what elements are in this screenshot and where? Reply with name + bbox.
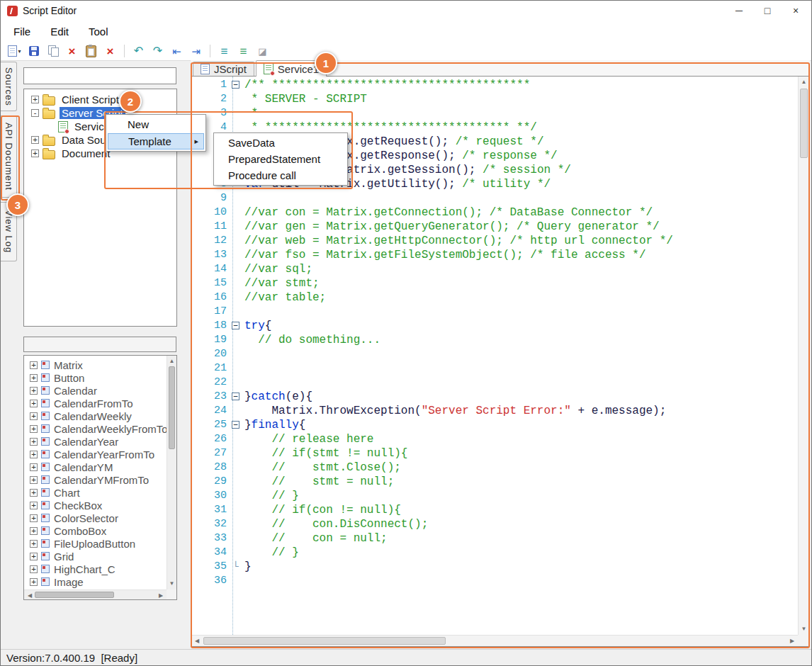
submenu-item-procedure-call[interactable]: Procedure call [215, 167, 346, 184]
scroll-down-icon[interactable]: ▼ [799, 624, 809, 634]
line-number: 16 [191, 290, 230, 305]
maximize-button[interactable]: □ [753, 1, 782, 20]
component-item[interactable]: +CalendarFromTo [24, 397, 167, 410]
code-line: 18−try{ [191, 319, 798, 333]
submenu-item-save-data[interactable]: SaveData [215, 135, 346, 151]
component-item[interactable]: +CalendarWeekly [24, 410, 167, 422]
scroll-left-icon[interactable]: ◀ [25, 590, 35, 599]
cut-button[interactable]: × [62, 43, 81, 60]
expand-icon[interactable]: + [30, 412, 38, 420]
expand-icon[interactable]: + [30, 451, 38, 458]
line-number: 32 [191, 517, 230, 531]
component-item[interactable]: +ColorSelector [24, 512, 167, 524]
new-document-button[interactable]: ▾ [5, 43, 24, 60]
expand-icon[interactable]: + [30, 361, 38, 369]
expand-icon[interactable]: + [30, 476, 38, 484]
expand-icon[interactable]: + [31, 136, 39, 144]
component-item[interactable]: +CalendarYear [24, 435, 167, 448]
menu-file[interactable]: File [4, 26, 40, 38]
code-line: 1−/** **********************************… [191, 78, 798, 92]
editor-vertical-scrollbar[interactable]: ▲ ▼ [798, 77, 809, 635]
expand-icon[interactable]: + [30, 514, 38, 522]
eraser-button[interactable]: ◪ [253, 43, 272, 60]
component-item[interactable]: +ComboBox [24, 524, 167, 537]
component-item[interactable]: +FileUploadButton [24, 537, 167, 550]
paste-button[interactable] [81, 43, 101, 60]
expand-icon[interactable]: + [30, 540, 38, 548]
format-align-button[interactable]: ≡ [234, 43, 253, 60]
scroll-right-icon[interactable]: ▶ [787, 636, 797, 646]
redo-button[interactable]: ↷ [148, 43, 167, 60]
scroll-left-icon[interactable]: ◀ [192, 636, 202, 646]
scrollbar-thumb[interactable] [203, 637, 446, 645]
editor-tab-jscript[interactable]: JScript [193, 62, 254, 76]
component-item[interactable]: +CalendarYearFromTo [24, 448, 167, 461]
scrollbar-thumb[interactable] [169, 366, 175, 449]
code-line: 33 // con = null; [191, 531, 798, 546]
expand-icon[interactable]: + [30, 463, 38, 471]
component-item[interactable]: +CheckBox [24, 499, 167, 512]
component-item[interactable]: +Chart [24, 486, 167, 499]
expand-icon[interactable]: + [30, 438, 38, 446]
expand-icon[interactable]: + [30, 578, 38, 586]
component-item[interactable]: +CalendarYM [24, 461, 167, 473]
menu-edit[interactable]: Edit [40, 26, 79, 38]
component-filter-input[interactable] [23, 337, 176, 352]
expand-icon[interactable]: + [30, 374, 38, 382]
expand-icon[interactable]: + [31, 96, 39, 103]
scroll-down-icon[interactable]: ▼ [167, 579, 176, 589]
fold-collapse-icon[interactable]: − [232, 322, 239, 329]
component-item[interactable]: +HighChart_C [24, 563, 167, 575]
save-button[interactable] [24, 43, 43, 60]
context-menu-item-new[interactable]: New [108, 116, 204, 133]
scroll-right-icon[interactable]: ▶ [156, 590, 166, 599]
scroll-up-icon[interactable]: ▲ [167, 356, 176, 366]
component-item[interactable]: +Button [24, 371, 167, 384]
expand-icon[interactable]: + [30, 527, 38, 535]
expand-icon[interactable]: + [30, 387, 38, 395]
component-item[interactable]: +CalendarWeeklyFromTo [24, 422, 167, 435]
tree-item-client-script[interactable]: +Client Script [24, 93, 176, 106]
expand-icon[interactable]: + [30, 565, 38, 573]
scroll-up-icon[interactable]: ▲ [799, 77, 809, 87]
expand-icon[interactable]: + [30, 502, 38, 509]
collapse-icon[interactable]: - [31, 109, 39, 117]
outdent-button[interactable]: ⇤ [167, 43, 186, 60]
menu-tool[interactable]: Tool [79, 26, 118, 38]
editor-horizontal-scrollbar[interactable]: ◀ ▶ [191, 635, 798, 646]
fold-gutter [230, 404, 242, 418]
component-item[interactable]: +CalendarYMFromTo [24, 473, 167, 486]
line-number: 35 [191, 560, 230, 574]
expand-icon[interactable]: + [31, 149, 39, 157]
component-item[interactable]: +Image [24, 575, 167, 588]
copy-button[interactable] [43, 43, 62, 60]
expand-icon[interactable]: + [30, 553, 38, 560]
expand-icon[interactable]: + [30, 400, 38, 407]
scrollbar-thumb[interactable] [35, 592, 114, 598]
format-list-button[interactable]: ≡ [215, 43, 234, 60]
submenu-item-prepared-statement[interactable]: PreparedStatement [215, 151, 346, 167]
component-item[interactable]: +Grid [24, 550, 167, 563]
code-segment: // } [271, 489, 298, 503]
component-vertical-scrollbar[interactable]: ▲ ▼ [167, 356, 176, 589]
context-menu-item-template[interactable]: Template▸ [108, 133, 204, 149]
expand-icon[interactable]: + [30, 489, 38, 497]
delete-button[interactable]: × [101, 43, 120, 60]
script-filter-input[interactable] [23, 67, 176, 84]
fold-collapse-icon[interactable]: − [232, 393, 239, 400]
indent-button[interactable]: ⇥ [186, 43, 205, 60]
side-tab-api-document[interactable]: API Document [1, 115, 17, 198]
fold-collapse-icon[interactable]: − [232, 81, 239, 89]
code-line: 2 * SERVER - SCRIPT [191, 92, 798, 106]
side-tab-sources[interactable]: Sources [1, 62, 17, 111]
scrollbar-thumb[interactable] [800, 89, 808, 158]
close-button[interactable]: × [782, 1, 810, 20]
fold-collapse-icon[interactable]: − [232, 421, 239, 429]
expand-icon[interactable]: + [30, 425, 38, 433]
component-item[interactable]: +Calendar [24, 384, 167, 397]
undo-button[interactable]: ↶ [129, 43, 148, 60]
code-segment: //var con = Matrix.getConnection(); /* D… [244, 205, 653, 220]
component-item[interactable]: +Matrix [24, 359, 167, 371]
minimize-button[interactable]: ─ [725, 1, 753, 20]
component-horizontal-scrollbar[interactable]: ◀ ▶ [24, 589, 167, 599]
